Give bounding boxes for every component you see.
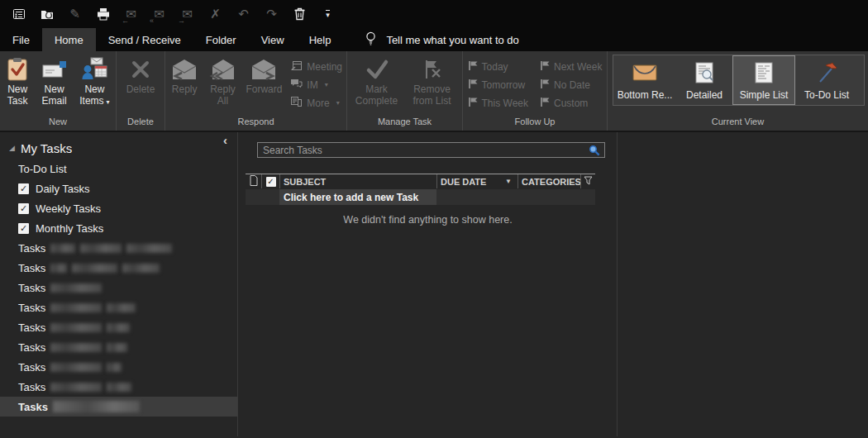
flag-icon bbox=[540, 79, 550, 92]
reply-arrow-icon: ← bbox=[122, 17, 129, 25]
flag-icon bbox=[468, 97, 478, 110]
ribbon-group-new: New Task New Email bbox=[0, 51, 117, 131]
bottom-reading-icon bbox=[632, 56, 657, 89]
sidebar-item-tasks-list[interactable]: Tasks bbox=[0, 258, 237, 278]
expanded-triangle-icon[interactable]: ◢ bbox=[9, 144, 15, 152]
add-new-task-row[interactable]: Click here to add a new Task bbox=[246, 189, 595, 205]
reply-icon[interactable]: ✉ ← bbox=[123, 7, 139, 22]
search-icon[interactable] bbox=[589, 145, 600, 156]
follow-up-no-date-button[interactable]: No Date bbox=[536, 76, 606, 93]
ribbon-group-delete: Delete Delete bbox=[117, 51, 165, 131]
filter-funnel-icon bbox=[584, 176, 593, 188]
add-new-task-label[interactable]: Click here to add a new Task bbox=[279, 189, 436, 205]
forward-icon[interactable]: ✉ → bbox=[179, 7, 195, 22]
view-simple-list[interactable]: Simple List bbox=[732, 55, 795, 105]
new-email-button[interactable]: New Email bbox=[35, 54, 73, 116]
column-header-filter[interactable] bbox=[580, 174, 595, 188]
todo-list-flag-icon bbox=[815, 56, 838, 89]
sidebar-item-tasks-list[interactable]: Tasks bbox=[0, 238, 237, 258]
remove-from-list-icon bbox=[421, 55, 444, 83]
column-header-item-type[interactable] bbox=[246, 174, 261, 188]
redacted-text bbox=[50, 244, 75, 253]
page-icon bbox=[250, 175, 258, 188]
tab-file[interactable]: File bbox=[0, 28, 42, 51]
tab-view[interactable]: View bbox=[249, 28, 297, 51]
more-button[interactable]: More ▾ bbox=[286, 94, 346, 112]
sidebar-item-tasks-list[interactable]: Tasks bbox=[0, 298, 237, 317]
delete-button[interactable]: Delete bbox=[125, 54, 157, 116]
tab-help[interactable]: Help bbox=[297, 28, 344, 51]
sidebar-item-tasks-list[interactable]: Tasks bbox=[0, 337, 237, 357]
send-receive-icon[interactable] bbox=[39, 7, 55, 22]
view-detailed[interactable]: Detailed bbox=[676, 55, 732, 105]
sidebar-item-tasks-list[interactable]: Tasks bbox=[0, 377, 237, 397]
sidebar-item-tasks-list[interactable]: Tasks bbox=[0, 357, 237, 377]
redacted-text bbox=[50, 264, 67, 273]
redo-icon[interactable]: ↷ bbox=[264, 7, 279, 22]
checkbox-checked-icon[interactable]: ✓ bbox=[18, 183, 29, 194]
meeting-button[interactable]: Meeting bbox=[286, 58, 346, 75]
follow-up-this-week-button[interactable]: This Week bbox=[464, 94, 532, 112]
collapse-pane-icon[interactable]: ‹ bbox=[223, 133, 227, 147]
checkbox-checked-icon[interactable]: ✓ bbox=[18, 203, 29, 214]
detailed-icon bbox=[694, 56, 715, 89]
redacted-text bbox=[80, 244, 122, 253]
redacted-text bbox=[107, 383, 131, 392]
ribbon-home: New Task New Email bbox=[0, 51, 868, 132]
empty-deleted-items-icon[interactable] bbox=[292, 7, 308, 22]
print-icon[interactable] bbox=[95, 7, 111, 22]
column-header-categories[interactable]: CATEGORIES bbox=[517, 174, 580, 188]
im-icon bbox=[290, 78, 303, 92]
follow-up-next-week-button[interactable]: Next Week bbox=[536, 58, 606, 75]
ribbon-group-follow-up: Today Tomorrow This Week Next Week bbox=[463, 51, 608, 131]
column-header-due-date[interactable]: DUE DATE ▼ bbox=[436, 174, 517, 188]
im-button[interactable]: IM ▾ bbox=[286, 76, 346, 93]
reply-all-icon[interactable]: ✉ « bbox=[151, 7, 167, 22]
search-box[interactable] bbox=[257, 142, 605, 158]
new-task-button[interactable]: New Task bbox=[0, 54, 35, 116]
undo-icon[interactable]: ↶ bbox=[236, 7, 251, 22]
view-todo-list[interactable]: To-Do List bbox=[795, 55, 858, 105]
checkbox-checked-icon[interactable]: ✓ bbox=[18, 223, 29, 234]
sidebar-header-my-tasks[interactable]: ◢ My Tasks bbox=[0, 137, 237, 159]
column-header-subject[interactable]: SUBJECT bbox=[279, 174, 436, 188]
view-bottom-reading[interactable]: Bottom Re... bbox=[613, 55, 676, 105]
mark-complete-button[interactable]: Mark Complete bbox=[350, 54, 404, 116]
reply-button[interactable]: Reply bbox=[165, 54, 203, 116]
sidebar-item-todo-list[interactable]: To-Do List bbox=[0, 159, 237, 179]
new-items-button[interactable]: New Items▾ bbox=[74, 54, 116, 116]
sidebar-item-weekly-tasks[interactable]: ✓ Weekly Tasks bbox=[0, 198, 237, 218]
sidebar-item-daily-tasks[interactable]: ✓ Daily Tasks bbox=[0, 179, 237, 198]
remove-from-list-button[interactable]: Remove from List bbox=[404, 54, 460, 116]
redacted-text bbox=[50, 383, 102, 392]
flag-icon bbox=[468, 60, 478, 74]
mark-complete-check-icon bbox=[365, 55, 389, 83]
dropdown-caret-icon: ▾ bbox=[107, 98, 110, 106]
delete-icon[interactable]: ✗ bbox=[207, 7, 223, 22]
sidebar-item-monthly-tasks[interactable]: ✓ Monthly Tasks bbox=[0, 218, 237, 238]
new-task-icon bbox=[6, 55, 29, 83]
forward-button[interactable]: Forward bbox=[242, 54, 287, 116]
column-header-complete[interactable]: ✓ bbox=[261, 174, 279, 188]
lightbulb-icon bbox=[365, 31, 377, 49]
save-icon[interactable]: ✎ bbox=[67, 7, 83, 22]
search-input[interactable] bbox=[258, 145, 589, 156]
sidebar-item-tasks-list-selected[interactable]: Tasks bbox=[0, 397, 237, 417]
dropdown-caret-icon: ▾ bbox=[325, 81, 328, 88]
flag-icon bbox=[468, 79, 478, 92]
sidebar-item-tasks-list[interactable]: Tasks bbox=[0, 317, 237, 337]
tab-folder[interactable]: Folder bbox=[193, 28, 249, 51]
tell-me-box[interactable]: Tell me what you want to do bbox=[365, 28, 518, 51]
tab-home[interactable]: Home bbox=[42, 28, 96, 51]
redacted-text bbox=[50, 343, 102, 352]
customize-quick-access-icon[interactable]: ▾ bbox=[320, 7, 336, 22]
forward-envelope-icon bbox=[250, 55, 277, 83]
follow-up-custom-button[interactable]: Custom bbox=[536, 94, 606, 112]
sidebar-item-tasks-list[interactable]: Tasks bbox=[0, 278, 237, 298]
follow-up-today-button[interactable]: Today bbox=[464, 58, 532, 75]
reply-all-button[interactable]: Reply All bbox=[203, 54, 241, 116]
follow-up-tomorrow-button[interactable]: Tomorrow bbox=[464, 76, 532, 93]
view-switcher-icon[interactable] bbox=[11, 7, 26, 22]
reading-pane bbox=[617, 132, 868, 436]
tab-send-receive[interactable]: Send / Receive bbox=[96, 28, 193, 51]
